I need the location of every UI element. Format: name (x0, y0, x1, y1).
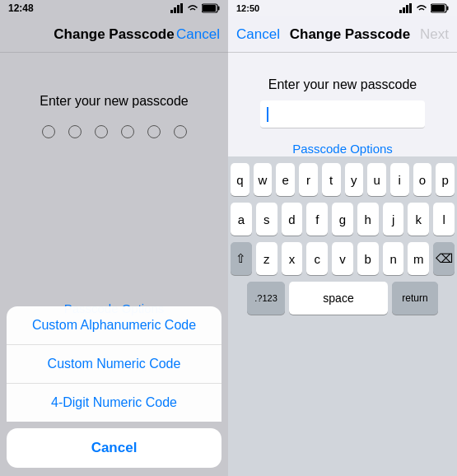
svg-rect-1 (174, 7, 176, 13)
svg-rect-12 (447, 7, 449, 11)
dot-1 (42, 125, 55, 138)
time-right: 12:50 (236, 3, 259, 13)
status-icons-right (399, 3, 449, 13)
battery-icon (202, 3, 220, 13)
passcode-label-right: Enter your new passcode (268, 77, 417, 92)
key-l[interactable]: l (433, 203, 455, 236)
svg-rect-10 (409, 3, 412, 13)
key-b[interactable]: b (357, 242, 379, 275)
key-a[interactable]: a (231, 203, 252, 236)
action-sheet: Custom Alphanumeric Code Custom Numeric … (0, 306, 228, 476)
cancel-button-left[interactable]: Cancel (176, 26, 220, 43)
wifi-icon (187, 4, 198, 13)
key-p[interactable]: p (436, 163, 455, 196)
wifi-icon-right (416, 4, 427, 13)
key-k[interactable]: k (408, 203, 429, 236)
key-f[interactable]: f (306, 203, 328, 236)
passcode-area-right: Enter your new passcode (228, 53, 457, 142)
action-sheet-item-1[interactable]: Custom Alphanumeric Code (7, 306, 222, 345)
key-g[interactable]: g (332, 203, 353, 236)
nav-title-left: Change Passcode (54, 26, 174, 43)
dot-4 (121, 125, 134, 138)
action-sheet-cancel-button[interactable]: Cancel (7, 428, 222, 468)
status-icons-left (170, 3, 220, 13)
keyboard-row-3: ⇧ z x c v b n m ⌫ (231, 242, 455, 275)
dot-6 (174, 125, 187, 138)
key-j[interactable]: j (383, 203, 404, 236)
key-i[interactable]: i (390, 163, 409, 196)
svg-rect-7 (399, 10, 402, 13)
key-return[interactable]: return (392, 282, 438, 315)
dot-5 (147, 125, 161, 138)
svg-rect-6 (203, 5, 216, 12)
action-sheet-item-3[interactable]: 4-Digit Numeric Code (7, 384, 222, 422)
dot-3 (95, 125, 108, 138)
key-q[interactable]: q (231, 163, 249, 196)
keyboard-row-4: .?123 space return (231, 282, 455, 315)
next-button-right[interactable]: Next (420, 26, 449, 43)
svg-rect-3 (180, 3, 183, 13)
key-y[interactable]: y (345, 163, 364, 196)
key-c[interactable]: c (306, 242, 328, 275)
key-n[interactable]: n (383, 242, 404, 275)
text-input-right[interactable] (260, 100, 425, 128)
nav-bar-left: Change Passcode Cancel (0, 16, 228, 53)
key-e[interactable]: e (276, 163, 295, 196)
key-m[interactable]: m (408, 242, 429, 275)
key-u[interactable]: u (367, 163, 386, 196)
svg-rect-13 (431, 5, 445, 12)
key-r[interactable]: r (299, 163, 318, 196)
key-d[interactable]: d (282, 203, 303, 236)
svg-rect-0 (170, 10, 173, 13)
signal-icon-right (399, 3, 413, 13)
right-panel: 12:50 Cancel Change Passcode Next (228, 0, 457, 476)
key-shift[interactable]: ⇧ (231, 242, 252, 275)
key-s[interactable]: s (256, 203, 277, 236)
svg-rect-9 (406, 5, 408, 13)
battery-icon-right (431, 3, 449, 13)
keyboard-row-2: a s d f g h j k l (231, 203, 455, 236)
key-delete[interactable]: ⌫ (433, 242, 455, 275)
passcode-label-left: Enter your new passcode (40, 94, 189, 109)
signal-icon (170, 3, 184, 13)
key-x[interactable]: x (282, 242, 303, 275)
key-o[interactable]: o (413, 163, 432, 196)
key-w[interactable]: w (254, 163, 273, 196)
dot-2 (68, 125, 82, 138)
svg-rect-5 (218, 7, 220, 11)
passcode-dots (42, 125, 187, 138)
key-v[interactable]: v (332, 242, 353, 275)
key-space[interactable]: space (289, 282, 388, 315)
cursor-bar (267, 107, 268, 122)
action-sheet-menu: Custom Alphanumeric Code Custom Numeric … (7, 306, 222, 422)
nav-bar-right: Cancel Change Passcode Next (228, 16, 457, 53)
action-sheet-item-2[interactable]: Custom Numeric Code (7, 345, 222, 384)
cancel-button-right[interactable]: Cancel (236, 26, 280, 43)
key-h[interactable]: h (357, 203, 379, 236)
status-bar-right: 12:50 (228, 0, 457, 16)
keyboard-row-1: q w e r t y u i o p (231, 163, 455, 196)
key-symbol[interactable]: .?123 (247, 282, 285, 315)
time-left: 12:48 (8, 2, 34, 14)
keyboard: q w e r t y u i o p a s d f g h j k l ⇧ … (228, 156, 457, 476)
nav-title-right: Change Passcode (290, 26, 410, 43)
key-z[interactable]: z (256, 242, 277, 275)
svg-rect-8 (403, 7, 405, 13)
status-bar-left: 12:48 (0, 0, 228, 16)
svg-rect-2 (177, 5, 180, 13)
key-t[interactable]: t (322, 163, 341, 196)
left-panel: 12:48 Change Passcode (0, 0, 228, 476)
